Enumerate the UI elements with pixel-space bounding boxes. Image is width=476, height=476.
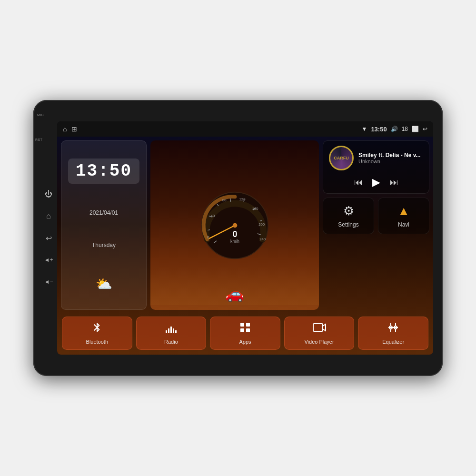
equalizer-icon xyxy=(387,322,399,336)
video-player-icon xyxy=(313,322,326,336)
power-button[interactable]: ⏻ xyxy=(42,188,55,201)
svg-text:120: 120 xyxy=(239,197,245,201)
music-widget[interactable]: CARFU Smiley ft. Delia - Ne v... Unknown… xyxy=(323,140,429,194)
weather-icon: ⛅ xyxy=(96,276,112,292)
video-player-button[interactable]: Video Player xyxy=(284,317,355,350)
util-widgets: ⚙ Settings ▲ Navi xyxy=(323,198,429,234)
back-status-icon: ↩ xyxy=(423,126,427,132)
apps-label: Apps xyxy=(239,339,251,345)
navi-label: Navi xyxy=(398,221,409,228)
main-content: 13:50 2021/04/01 Thursday ⛅ xyxy=(57,137,433,355)
equalizer-label: Equalizer xyxy=(382,339,404,345)
settings-icon: ⚙ xyxy=(343,204,354,218)
home-status-icon[interactable]: ⌂ xyxy=(63,125,67,133)
music-controls: ⏮ ▶ ⏭ xyxy=(329,176,423,188)
navi-widget[interactable]: ▲ Navi xyxy=(378,198,429,234)
svg-text:0: 0 xyxy=(207,235,209,239)
bottom-bar: Bluetooth Radio xyxy=(57,314,433,355)
music-title: Smiley ft. Delia - Ne v... xyxy=(358,152,423,159)
back-button[interactable]: ↩ xyxy=(42,231,55,245)
clock-time: 13:50 xyxy=(68,159,139,184)
home-button[interactable]: ⌂ xyxy=(42,209,55,223)
svg-text:40: 40 xyxy=(210,214,215,218)
top-section: 13:50 2021/04/01 Thursday ⛅ xyxy=(57,137,433,314)
screen: ⌂ ⊞ ▼ 13:50 🔊 18 ⬜ ↩ 13:50 2021/04/01 xyxy=(57,121,433,355)
svg-text:160: 160 xyxy=(252,206,258,210)
svg-text:240: 240 xyxy=(259,237,266,241)
car-silhouette: 🚗 xyxy=(225,285,244,303)
svg-rect-27 xyxy=(246,323,250,327)
svg-rect-29 xyxy=(246,328,250,332)
window-status-icon: ⬜ xyxy=(412,126,419,132)
clock-day: Thursday xyxy=(92,242,116,248)
music-info: Smiley ft. Delia - Ne v... Unknown xyxy=(358,152,423,164)
speedometer-widget: 0 40 80 120 160 200 240 0 km/h xyxy=(150,140,319,310)
volume-down-button[interactable]: ◄− xyxy=(42,275,55,288)
left-controls: ⏻ ⌂ ↩ ◄+ ◄− xyxy=(40,100,57,376)
status-right-info: ▼ 13:50 🔊 18 ⬜ ↩ xyxy=(362,126,428,133)
car-head-unit: MIC RST ⏻ ⌂ ↩ ◄+ ◄− ⌂ ⊞ ▼ 13:50 🔊 18 ⬜ ↩ xyxy=(33,100,443,376)
svg-rect-24 xyxy=(173,328,174,333)
right-column: CARFU Smiley ft. Delia - Ne v... Unknown… xyxy=(323,140,429,310)
apps-status-icon[interactable]: ⊞ xyxy=(71,125,77,133)
svg-text:km/h: km/h xyxy=(230,239,239,244)
svg-line-8 xyxy=(259,220,262,221)
music-top: CARFU Smiley ft. Delia - Ne v... Unknown xyxy=(329,146,423,170)
svg-rect-22 xyxy=(168,328,169,333)
svg-line-2 xyxy=(208,229,210,230)
svg-text:80: 80 xyxy=(222,198,226,202)
album-art: CARFU xyxy=(329,146,354,170)
radio-icon xyxy=(165,322,177,336)
clock-widget[interactable]: 13:50 2021/04/01 Thursday ⛅ xyxy=(61,140,147,310)
music-artist: Unknown xyxy=(358,159,423,164)
bluetooth-label: Bluetooth xyxy=(86,339,108,345)
status-bar: ⌂ ⊞ ▼ 13:50 🔊 18 ⬜ ↩ xyxy=(57,121,433,137)
svg-rect-30 xyxy=(313,324,323,331)
svg-text:200: 200 xyxy=(258,222,265,226)
svg-rect-26 xyxy=(240,323,244,327)
svg-text:0: 0 xyxy=(232,229,237,238)
svg-rect-23 xyxy=(170,327,172,333)
radio-button[interactable]: Radio xyxy=(136,317,207,350)
navi-icon: ▲ xyxy=(397,204,410,218)
apps-icon xyxy=(239,322,251,336)
play-button[interactable]: ▶ xyxy=(372,176,380,188)
svg-rect-21 xyxy=(166,330,167,333)
bluetooth-button[interactable]: Bluetooth xyxy=(62,317,132,350)
status-time: 13:50 xyxy=(371,126,387,133)
next-button[interactable]: ⏭ xyxy=(390,178,398,188)
svg-rect-28 xyxy=(240,328,244,332)
equalizer-button[interactable]: Equalizer xyxy=(358,317,428,350)
volume-up-button[interactable]: ◄+ xyxy=(42,253,55,267)
volume-level: 18 xyxy=(402,126,408,132)
svg-rect-25 xyxy=(175,330,177,333)
status-left-icons: ⌂ ⊞ xyxy=(63,125,77,133)
radio-label: Radio xyxy=(164,339,178,345)
settings-label: Settings xyxy=(338,221,358,228)
bluetooth-icon xyxy=(91,322,103,336)
apps-button[interactable]: Apps xyxy=(210,317,280,350)
video-player-label: Video Player xyxy=(304,339,334,345)
speedometer-svg: 0 40 80 120 160 200 240 0 km/h xyxy=(198,188,272,262)
prev-button[interactable]: ⏮ xyxy=(354,178,363,188)
settings-widget[interactable]: ⚙ Settings xyxy=(323,198,374,234)
volume-status-icon: 🔊 xyxy=(391,126,398,132)
wifi-icon: ▼ xyxy=(362,126,367,132)
svg-point-18 xyxy=(232,223,237,228)
clock-date: 2021/04/01 xyxy=(89,209,118,216)
